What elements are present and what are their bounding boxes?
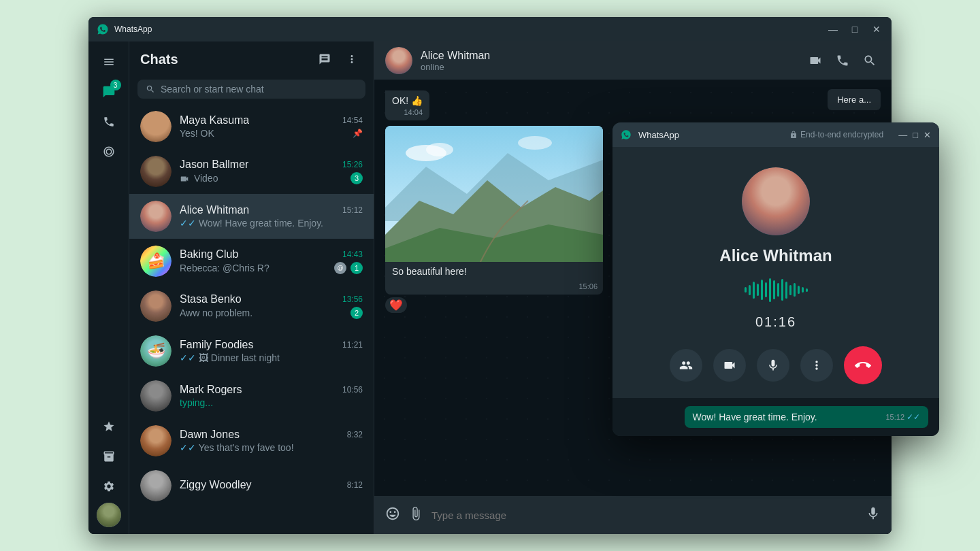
nav-calls-button[interactable] — [95, 108, 122, 135]
chat-item-stasa[interactable]: Stasa Benko 13:56 Aww no problem. 2 — [129, 284, 374, 329]
chat-time-stasa: 13:56 — [342, 295, 363, 304]
wave-bar-15 — [802, 287, 804, 293]
call-participants-button[interactable] — [670, 349, 702, 382]
search-input[interactable] — [161, 84, 357, 95]
call-overlay: WhatsApp End-to-end endcrypted — □ ✕ Ali… — [612, 122, 939, 436]
chat-info-mark: Mark Rogers 10:56 typing... — [180, 384, 363, 408]
chat-time-mark: 10:56 — [342, 385, 363, 395]
avatar-dawn — [140, 425, 172, 456]
chat-name-ziggy: Ziggy Woodley — [180, 479, 252, 491]
call-whatsapp-logo — [621, 129, 632, 140]
call-message-time: 15:12 — [885, 413, 904, 421]
chat-list-header-icons — [314, 48, 363, 70]
avatar-maya — [140, 111, 172, 142]
call-message-text: Wow! Have great time. Enjoy. — [693, 412, 817, 422]
chat-item-dawn[interactable]: Dawn Jones 8:32 ✓✓ Yes that's my fave to… — [129, 418, 374, 463]
maximize-button[interactable]: □ — [848, 24, 862, 35]
avatar-jason — [140, 156, 172, 187]
chat-name-family: Family Foodies — [180, 339, 253, 351]
call-titlebar-controls: — □ ✕ — [898, 130, 931, 140]
chat-preview-jason: Video — [180, 173, 346, 184]
call-body: Alice Whitman 01:16 — [612, 147, 939, 398]
chat-item-baking[interactable]: 🍰 Baking Club 14:43 Rebecca: @Chris R? @… — [129, 239, 374, 284]
chat-info-alice: Alice Whitman 15:12 ✓✓ Wow! Have great t… — [180, 204, 363, 229]
nav-chats-button[interactable]: 3 — [95, 78, 122, 105]
video-call-button[interactable] — [804, 50, 826, 71]
minimize-button[interactable]: — — [826, 24, 840, 35]
chat-header-icons — [804, 50, 881, 71]
chat-header-avatar[interactable] — [385, 47, 412, 74]
chat-info-jason: Jason Ballmer 15:26 Video 3 — [180, 158, 363, 184]
phone-call-button[interactable] — [832, 50, 853, 71]
end-call-button[interactable] — [844, 346, 882, 384]
avatar-alice — [140, 201, 172, 232]
call-more-button[interactable] — [800, 349, 833, 382]
unread-badge-jason: 3 — [350, 172, 363, 184]
chat-preview-family: ✓✓ 🖼 Dinner last night — [180, 352, 363, 363]
chat-time-maya: 14:54 — [342, 116, 363, 125]
nav-menu-button[interactable] — [95, 48, 122, 76]
chat-list: Maya Kasuma 14:54 Yes! OK 📌 — [129, 104, 374, 534]
wave-bar-11 — [785, 282, 787, 299]
mic-button[interactable] — [866, 506, 881, 524]
chat-name-stasa: Stasa Benko — [180, 293, 242, 305]
message-image-bubble: So beautiful here! 15:06 — [385, 126, 603, 295]
call-mic-button[interactable] — [757, 349, 789, 382]
new-chat-button[interactable] — [314, 48, 336, 70]
avatar-mark — [140, 380, 172, 412]
call-maximize-button[interactable]: □ — [913, 130, 918, 140]
image-caption: So beautiful here! — [385, 262, 603, 281]
chat-name-baking: Baking Club — [180, 248, 238, 261]
call-app-name: WhatsApp — [638, 130, 783, 140]
nav-settings-button[interactable] — [95, 473, 122, 500]
call-avatar[interactable] — [742, 167, 810, 235]
chat-search-button[interactable] — [859, 50, 881, 71]
wave-bar-8 — [773, 280, 775, 299]
call-name: Alice Whitman — [719, 246, 832, 265]
wave-bar-9 — [777, 283, 779, 297]
unread-count-baking: 1 — [350, 262, 363, 274]
call-message-area: Wow! Have great time. Enjoy. 15:12 ✓✓ — [612, 398, 939, 436]
attach-button[interactable] — [408, 506, 423, 524]
call-message-ticks: ✓✓ — [906, 412, 920, 422]
chat-item-jason[interactable]: Jason Ballmer 15:26 Video 3 — [129, 149, 374, 194]
call-close-button[interactable]: ✕ — [924, 130, 931, 140]
my-profile-avatar[interactable] — [97, 503, 121, 527]
chat-name-dawn: Dawn Jones — [180, 429, 240, 441]
nav-status-button[interactable] — [95, 138, 122, 165]
chat-item-maya[interactable]: Maya Kasuma 14:54 Yes! OK 📌 — [129, 104, 374, 149]
nav-starred-button[interactable] — [95, 413, 122, 440]
call-titlebar: WhatsApp End-to-end endcrypted — □ ✕ — [612, 122, 939, 147]
chat-time-family: 11:21 — [342, 340, 363, 350]
chat-preview-alice: ✓✓ Wow! Have great time. Enjoy. — [180, 218, 363, 229]
wave-bar-6 — [765, 282, 767, 297]
wave-bar-13 — [794, 283, 796, 297]
chat-filter-button[interactable] — [341, 48, 363, 70]
message-ok-thumbs: OK! 👍 14:04 — [385, 90, 429, 120]
call-minimize-button[interactable]: — — [898, 130, 907, 140]
emoji-button[interactable] — [385, 506, 400, 524]
image-time: 15:06 — [578, 282, 598, 290]
chat-time-jason: 15:26 — [342, 160, 363, 169]
chat-item-family[interactable]: 🍜 Family Foodies 11:21 ✓✓ 🖼 Dinner last … — [129, 329, 374, 373]
call-video-button[interactable] — [713, 349, 746, 382]
chat-name-maya: Maya Kasuma — [180, 114, 249, 127]
wave-bar-10 — [781, 279, 783, 301]
chat-header-status: online — [421, 62, 796, 72]
chat-item-mark[interactable]: Mark Rogers 10:56 typing... — [129, 373, 374, 418]
wave-bar-14 — [798, 286, 800, 294]
wave-bar-5 — [761, 280, 763, 300]
call-timer: 01:16 — [755, 314, 796, 330]
pin-icon-maya: 📌 — [353, 129, 363, 138]
close-button[interactable]: ✕ — [870, 24, 883, 35]
chat-preview-dawn: ✓✓ Yes that's my fave too! — [180, 442, 363, 453]
chat-info-dawn: Dawn Jones 8:32 ✓✓ Yes that's my fave to… — [180, 429, 363, 453]
chat-item-ziggy[interactable]: Ziggy Woodley 8:12 — [129, 463, 374, 508]
nav-archive-button[interactable] — [95, 443, 122, 470]
chat-info-baking: Baking Club 14:43 Rebecca: @Chris R? @ 1 — [180, 248, 363, 274]
call-sent-message: Wow! Have great time. Enjoy. 15:12 ✓✓ — [685, 406, 928, 428]
message-input[interactable] — [431, 510, 858, 521]
search-bar-icon — [146, 84, 155, 94]
chat-item-alice[interactable]: Alice Whitman 15:12 ✓✓ Wow! Have great t… — [129, 194, 374, 239]
message-reaction: ❤️ — [385, 297, 407, 313]
